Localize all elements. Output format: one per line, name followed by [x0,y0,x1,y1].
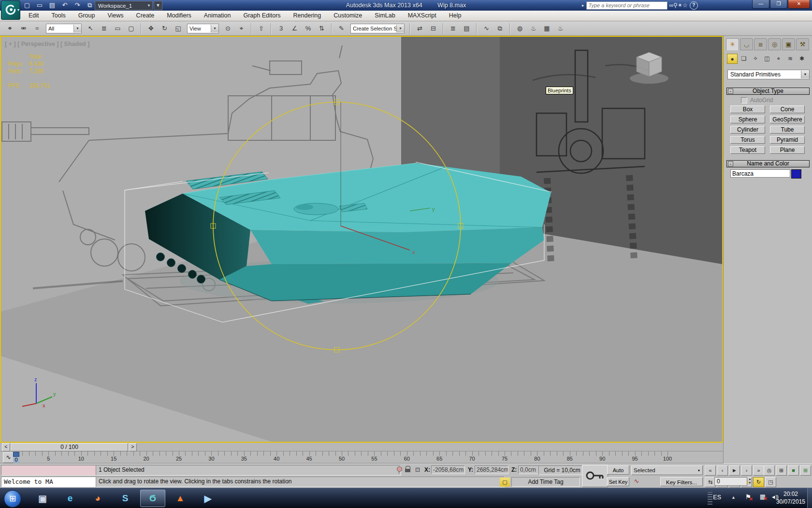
network-icon[interactable]: ▦✕ [760,493,766,500]
align-icon[interactable]: ⊟ [427,22,439,34]
orbit-button[interactable]: ↻ [753,477,764,487]
tab-modify[interactable]: ◡ [740,38,753,50]
bind-to-space-warp-icon[interactable]: ≈ [31,22,43,34]
select-object-icon[interactable]: ↖ [85,22,97,34]
create-cone-button[interactable]: Cone [770,105,805,113]
taskbar-window-icon[interactable]: ▣ [30,490,55,507]
show-desktop-button[interactable] [807,488,812,508]
create-tube-button[interactable]: Tube [770,126,805,134]
close-button[interactable]: ✕ [788,0,810,9]
frame-spinner[interactable]: ▲▼ [747,477,753,486]
zoom-all-button[interactable]: ⊞ [776,465,787,476]
object-color-swatch[interactable] [791,169,801,179]
start-button[interactable]: ⊞ [4,490,21,508]
next-frame-arrow[interactable]: > [129,443,137,451]
menu-tools[interactable]: Tools [45,11,72,21]
taskbar-vlc-icon[interactable]: ▲ [168,490,193,507]
menu-rendering[interactable]: Rendering [287,11,328,21]
notification-balloon-icon[interactable] [397,466,402,473]
menu-edit[interactable]: Edit [22,11,45,21]
menu-group[interactable]: Group [72,11,102,21]
select-by-name-icon[interactable]: ≣ [98,22,110,34]
create-plane-button[interactable]: Plane [770,146,805,154]
clock[interactable]: 20:02 30/07/2015 [776,490,805,506]
taskbar-internet-explorer-icon[interactable]: e [58,490,83,507]
x-coordinate-field[interactable]: -2058,68cm [431,465,465,474]
search-expand-icon[interactable]: ▸ [582,3,584,8]
communication-center-icon[interactable]: ⚲ [673,2,678,9]
maxscript-listener-white[interactable]: Welcome to MA [1,477,97,487]
perspective-viewport[interactable]: x y z y x [0,36,723,443]
set-key-button[interactable]: Set Key [607,477,629,486]
time-slider-track[interactable]: < 0 / 100 > [0,443,723,451]
project-folder-icon[interactable]: ⧉ [85,1,95,10]
taskbar-media-player-icon[interactable]: ▶ [195,490,220,507]
snap-toggle-3d-icon[interactable]: 3 [275,22,287,34]
menu-help[interactable]: Help [443,11,468,21]
workspace-menu-icon[interactable]: ▼ [154,1,162,10]
category-dropdown[interactable]: Standard Primitives ▼ [727,70,810,79]
reference-coordinate-system-dropdown[interactable]: View▼ [187,24,219,33]
default-tangent-icon[interactable]: ∿ [631,477,642,486]
3dsmax-logo-button[interactable]: ▾ [1,0,20,20]
tab-utilities[interactable]: ⚒ [796,38,809,50]
selection-lock-icon[interactable] [405,466,411,473]
rendered-frame-window-icon[interactable]: ▦ [541,22,553,34]
key-mode-dropdown[interactable]: Selected▼ [631,465,703,475]
time-slider-thumb[interactable]: 0 / 100 [11,443,128,451]
set-keys-button[interactable] [582,465,608,487]
menu-customize[interactable]: Customize [327,11,368,21]
y-coordinate-field[interactable]: 2685,284cm [475,465,508,474]
search-input[interactable] [586,1,667,10]
add-time-tag[interactable]: Add Time Tag [511,477,580,487]
create-cylinder-button[interactable]: Cylinder [730,126,765,134]
select-and-rotate-icon[interactable]: ↻ [159,22,171,34]
cube-toggle-icon[interactable]: ▢ [500,478,510,487]
menu-modifiers[interactable]: Modifiers [160,11,198,21]
favorites-icon[interactable]: ☆ [682,2,688,9]
track-bar[interactable]: ∿ 51015202530354045505560657075808590951… [0,451,723,463]
zoom-extents-button[interactable]: ■ [788,465,799,476]
name-color-rollout-header[interactable]: - Name and Color [726,160,810,167]
material-editor-icon[interactable]: ◍ [514,22,526,34]
tab-create[interactable]: ✳ [726,38,739,50]
menu-create[interactable]: Create [130,11,161,21]
select-and-link-icon[interactable]: ⚭ [4,22,16,34]
key-filters-button[interactable]: Key Filters... [660,477,703,486]
z-coordinate-field[interactable]: 0,0cm [518,465,540,474]
schematic-view-icon[interactable]: ⧉ [494,22,506,34]
redo-icon[interactable]: ↷ [72,1,82,10]
tab-display[interactable]: ▣ [782,38,795,50]
hidden-icons-arrow[interactable]: ▲ [731,495,736,500]
category-lights[interactable]: ✧ [750,54,761,64]
create-teapot-button[interactable]: Teapot [730,146,765,154]
minimize-button[interactable]: — [752,0,769,9]
create-sphere-button[interactable]: Sphere [730,116,765,123]
render-production-icon[interactable]: ♨ [554,22,566,34]
create-torus-button[interactable]: Torus [730,136,765,144]
go-to-start-button[interactable]: « [705,465,716,476]
zoom-extents-all-button[interactable]: ⊞ [800,465,811,476]
next-frame-button[interactable]: › [741,465,752,476]
select-and-manipulate-icon[interactable]: ⌖ [235,22,247,34]
category-cameras[interactable]: ◫ [762,54,772,64]
open-file-icon[interactable]: ▭ [35,1,44,10]
save-file-icon[interactable]: ▤ [47,1,57,10]
create-geosphere-button[interactable]: GeoSphere [770,116,805,123]
spinner-snap-icon[interactable]: ⇅ [316,22,328,34]
taskbar-firefox-icon[interactable]: ◕ [85,490,110,507]
select-and-move-icon[interactable]: ✥ [145,22,157,34]
keyboard-shortcut-override-icon[interactable]: ⇧ [255,22,267,34]
curve-editor-icon[interactable]: ∿ [480,22,493,34]
select-and-scale-icon[interactable]: ◱ [172,22,184,34]
search-community-icon[interactable]: ∞ [669,2,674,9]
current-frame-field[interactable]: 0 [714,477,747,486]
go-to-end-button[interactable]: » [753,465,764,476]
menu-animation[interactable]: Animation [198,11,237,21]
autogrid-checkbox[interactable] [741,97,747,104]
restore-button[interactable]: ❐ [770,0,787,9]
percent-snap-icon[interactable]: % [302,22,314,34]
mirror-icon[interactable]: ⇄ [414,22,426,34]
viewport-label[interactable]: [ + ] [ Perspective ] [ Shaded ] [5,41,89,47]
maxscript-listener-pink[interactable] [1,465,97,476]
